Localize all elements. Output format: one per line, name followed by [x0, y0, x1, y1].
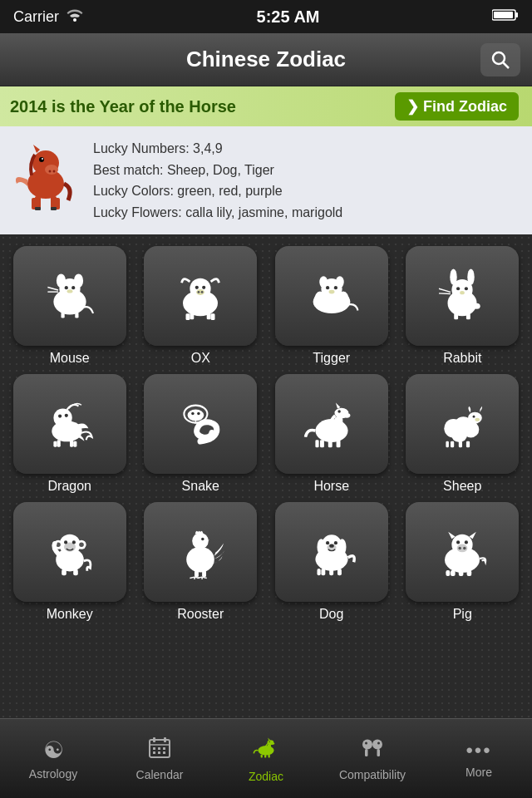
tab-zodiac[interactable]: Zodiac — [213, 719, 319, 798]
snake-icon-box — [144, 374, 257, 474]
svg-rect-81 — [328, 441, 332, 448]
ox-label: OX — [191, 351, 210, 366]
svg-line-57 — [439, 289, 451, 293]
svg-point-78 — [337, 411, 341, 414]
status-bar: Carrier 5:25 AM — [0, 0, 532, 33]
svg-point-118 — [326, 541, 329, 544]
animal-monkey[interactable]: Monkey — [8, 502, 131, 622]
status-time: 5:25 AM — [257, 7, 320, 27]
wifi-icon — [66, 8, 84, 26]
svg-point-7 — [45, 165, 58, 175]
zodiac-icon — [253, 734, 279, 766]
svg-rect-68 — [53, 441, 57, 447]
find-zodiac-button[interactable]: ❯ Find Zodiac — [395, 92, 519, 121]
animal-snake[interactable]: Snake — [140, 374, 263, 494]
svg-rect-156 — [264, 755, 266, 758]
svg-rect-67 — [70, 441, 73, 447]
svg-point-23 — [64, 286, 67, 289]
svg-rect-138 — [446, 570, 451, 576]
svg-point-56 — [460, 291, 465, 294]
monkey-icon-box — [13, 502, 126, 602]
svg-point-17 — [49, 170, 52, 173]
svg-rect-144 — [158, 747, 160, 750]
svg-rect-105 — [73, 569, 78, 576]
animal-mouse[interactable]: Mouse — [8, 246, 131, 366]
monkey-label: Monkey — [47, 607, 93, 622]
svg-rect-1 — [515, 12, 518, 17]
animal-pig[interactable]: Pig — [401, 502, 525, 622]
svg-point-100 — [79, 543, 84, 548]
svg-rect-124 — [337, 569, 342, 575]
svg-rect-122 — [321, 569, 325, 575]
animal-dog[interactable]: Dog — [270, 502, 393, 622]
svg-rect-163 — [377, 749, 381, 756]
svg-point-45 — [319, 277, 328, 288]
svg-point-103 — [72, 541, 76, 544]
status-left: Carrier — [13, 8, 84, 26]
info-section: Lucky Numbers: 3,4,9 Best match: Sheep, … — [0, 126, 532, 234]
search-button[interactable] — [480, 43, 520, 76]
app-header: Chinese Zodiac — [0, 33, 532, 86]
sheep-icon-box — [406, 374, 519, 474]
animal-dragon[interactable]: Dragon — [8, 374, 131, 494]
svg-point-25 — [66, 290, 72, 293]
svg-rect-140 — [153, 737, 155, 742]
svg-point-8 — [39, 157, 44, 162]
svg-rect-28 — [61, 313, 64, 318]
animal-ox[interactable]: OX — [140, 246, 263, 366]
svg-point-153 — [269, 741, 270, 742]
svg-point-52 — [451, 269, 457, 286]
dragon-icon-box — [13, 374, 126, 474]
svg-rect-112 — [195, 571, 199, 578]
snake-label: Snake — [182, 479, 219, 494]
svg-point-131 — [465, 541, 468, 544]
lucky-flowers: Lucky Flowers: calla lily, jasmine, mari… — [93, 202, 342, 224]
svg-rect-145 — [163, 747, 165, 750]
svg-point-121 — [329, 544, 334, 548]
svg-rect-125 — [317, 569, 320, 575]
svg-point-33 — [202, 286, 205, 289]
tiger-label: Tigger — [313, 351, 350, 366]
svg-point-134 — [463, 547, 466, 550]
svg-point-22 — [74, 274, 83, 288]
svg-rect-148 — [163, 751, 165, 754]
svg-point-88 — [468, 412, 482, 424]
info-text: Lucky Numbers: 3,4,9 Best match: Sheep, … — [93, 138, 342, 223]
animal-sheep[interactable]: Sheep — [401, 374, 525, 494]
horse-icon-box — [275, 374, 388, 474]
svg-point-119 — [334, 541, 337, 544]
tab-compatibility[interactable]: Compatibility — [319, 719, 426, 798]
dog-icon-box — [275, 502, 388, 602]
animal-rooster[interactable]: Rooster — [140, 502, 263, 622]
rooster-label: Rooster — [177, 607, 224, 622]
svg-rect-157 — [268, 755, 270, 758]
svg-point-3 — [493, 52, 505, 64]
svg-point-102 — [64, 541, 67, 544]
svg-rect-137 — [467, 570, 472, 576]
svg-line-58 — [439, 293, 451, 294]
svg-rect-143 — [153, 747, 155, 750]
battery-icon — [492, 8, 519, 26]
animal-horse[interactable]: Horse — [270, 374, 393, 494]
svg-point-71 — [191, 412, 195, 416]
calendar-tab-label: Calendar — [136, 768, 184, 781]
svg-rect-83 — [315, 441, 318, 448]
svg-marker-10 — [33, 145, 40, 153]
lucky-colors: Lucky Colors: green, red, purple — [93, 180, 342, 202]
svg-rect-2 — [494, 12, 513, 18]
rabbit-label: Rabbit — [443, 351, 481, 366]
svg-rect-40 — [211, 314, 215, 321]
svg-point-65 — [64, 414, 67, 417]
mouse-label: Mouse — [50, 351, 90, 366]
dragon-label: Dragon — [48, 479, 91, 494]
tab-calendar[interactable]: Calendar — [106, 719, 213, 798]
tab-astrology[interactable]: ☯ Astrology — [0, 719, 106, 798]
animal-rabbit[interactable]: Rabbit — [401, 246, 525, 366]
svg-rect-146 — [153, 751, 155, 754]
tab-more[interactable]: ••• More — [426, 719, 532, 798]
svg-marker-154 — [268, 737, 270, 740]
svg-line-4 — [504, 62, 510, 68]
svg-rect-69 — [73, 441, 76, 447]
animal-tiger[interactable]: Tigger — [270, 246, 393, 366]
best-match: Best match: Sheep, Dog, Tiger — [93, 160, 342, 181]
